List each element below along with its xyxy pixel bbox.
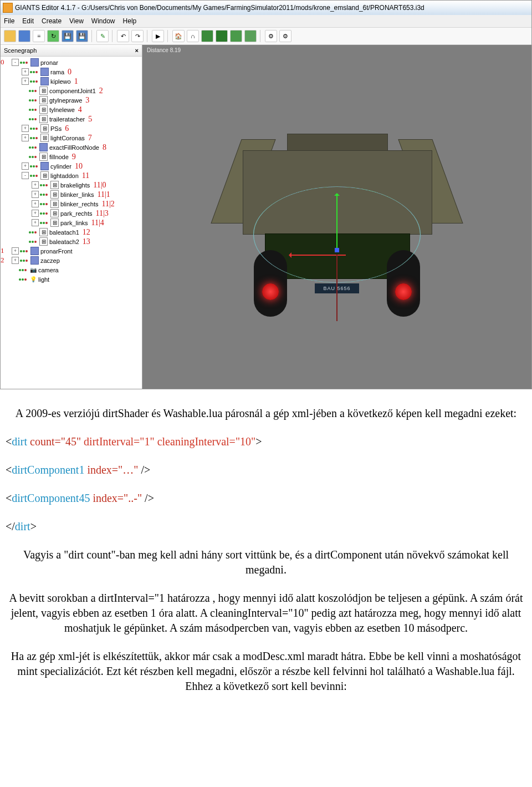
tree-expander-icon[interactable]: +	[22, 68, 29, 75]
tree-expander-icon[interactable]: +	[32, 210, 39, 217]
group-icon: ⊞	[39, 228, 48, 236]
tree-expander-icon[interactable]: +	[22, 78, 29, 85]
viewport-3d[interactable]: Distance 8.19 BAU 5656	[142, 45, 531, 389]
tree-node[interactable]: ⊞componentJoint12	[2, 86, 142, 95]
scenegraph-tree[interactable]: 0 1 2 -pronar+rama0+kiplewo1⊞componentJo…	[1, 57, 142, 389]
tree-node[interactable]: +⊞brakelights11|0	[2, 180, 142, 190]
tree-node[interactable]: ⊞fillnode9	[2, 152, 142, 161]
tree-label: kiplewo	[50, 78, 71, 85]
tree-node[interactable]: ⊞baleatach213	[2, 237, 142, 246]
cube-icon	[40, 77, 49, 85]
tree-expander-icon	[22, 154, 28, 160]
tb-script-icon[interactable]: ✎	[96, 30, 109, 42]
tree-node[interactable]: +zaczep	[2, 256, 142, 265]
tb-reload-icon[interactable]: ↻	[47, 30, 59, 42]
tree-node[interactable]: +⊞blinker_rechts11|2	[2, 199, 142, 209]
tb-save-icon[interactable]: 💾	[62, 30, 74, 42]
tb-redo-icon[interactable]: ↷	[131, 30, 144, 42]
tree-expander-icon[interactable]: +	[12, 247, 19, 255]
tree-node[interactable]: +⊞blinker_links11|1	[2, 190, 142, 199]
tree-expander-icon[interactable]: +	[32, 200, 39, 207]
node-status-dots-icon	[30, 71, 38, 73]
tree-expander-icon[interactable]: +	[32, 219, 39, 226]
tree-node[interactable]: +⊞PSs6	[2, 124, 142, 133]
menu-window[interactable]: Window	[91, 17, 115, 25]
tree-node[interactable]: ⊞baleatach112	[2, 227, 142, 237]
tree-node[interactable]: -⊞lightaddon11	[2, 171, 142, 180]
tb-saveas-icon[interactable]: 💾	[76, 30, 88, 42]
menu-edit[interactable]: Edit	[22, 17, 34, 25]
tree-node[interactable]: +pronarFront	[2, 246, 142, 256]
tree-annotation: 3	[85, 96, 89, 105]
app-icon	[3, 3, 13, 13]
tb-undo-icon[interactable]: ↶	[117, 30, 129, 42]
tree-label: PSs	[50, 125, 62, 132]
tree-annotation: 12	[83, 228, 90, 237]
root-anno-0: 0	[1, 58, 4, 67]
panel-close-icon[interactable]: ×	[135, 47, 139, 54]
tree-expander-icon[interactable]: +	[22, 125, 29, 132]
tree-node[interactable]: +cylinder10	[2, 161, 142, 171]
tree-expander-icon	[22, 97, 28, 103]
gizmo-y-axis-icon[interactable]	[336, 195, 337, 250]
tree-node[interactable]: ⊞traileratacher5	[2, 114, 142, 124]
group-icon: ⊞	[50, 219, 59, 227]
gizmo-x-axis-icon[interactable]	[290, 255, 346, 256]
node-status-dots-icon	[29, 90, 37, 92]
xml-line-2: <dirtComponent1 index="…" />	[6, 463, 526, 478]
tb-list-icon[interactable]: ≡	[33, 30, 45, 42]
tb-play-icon[interactable]: ▶	[152, 30, 164, 42]
tree-node[interactable]: +kiplewo1	[2, 77, 142, 86]
tree-annotation: 11|1	[98, 190, 110, 199]
tree-expander-icon[interactable]: +	[12, 257, 19, 264]
tb-terrain3-icon[interactable]	[230, 30, 242, 42]
tb-terrain1-icon[interactable]	[201, 30, 213, 42]
tb-open-icon[interactable]	[18, 30, 30, 42]
tb-gear1-icon[interactable]: ⚙	[265, 30, 277, 42]
tree-node[interactable]: +rama0	[2, 67, 142, 77]
group-icon: ⊞	[39, 96, 48, 104]
tree-expander-icon[interactable]: +	[32, 181, 39, 189]
tree-annotation: 1	[74, 77, 78, 86]
tree-label: exactFillRootNode	[49, 144, 99, 151]
menu-help[interactable]: Help	[123, 17, 137, 25]
tb-terrain4-icon[interactable]	[244, 30, 257, 42]
tb-gear2-icon[interactable]: ⚙	[279, 30, 291, 42]
menu-create[interactable]: Create	[42, 17, 62, 25]
tree-node[interactable]: +⊞lightCoronas7	[2, 133, 142, 143]
tb-new-icon[interactable]	[4, 30, 16, 42]
group-icon: ⊞	[50, 200, 59, 208]
tree-expander-icon	[22, 88, 28, 94]
tree-expander-icon[interactable]: +	[22, 163, 29, 170]
tree-label: componentJoint1	[49, 88, 96, 94]
menu-file[interactable]: File	[4, 17, 14, 25]
node-status-dots-icon	[29, 231, 37, 233]
tree-node[interactable]: exactFillRootNode8	[2, 143, 142, 152]
panel-header[interactable]: Scenegraph ×	[1, 45, 142, 57]
tree-node[interactable]: 💡light	[2, 275, 142, 284]
tree-expander-icon[interactable]: +	[22, 134, 29, 141]
tail-light-right	[395, 283, 412, 300]
tb-house-icon[interactable]: 🏠	[172, 30, 185, 42]
node-status-dots-icon	[20, 62, 28, 64]
node-status-dots-icon	[29, 241, 37, 243]
tree-annotation: 10	[75, 162, 83, 171]
gizmo-z-axis-icon[interactable]	[335, 248, 339, 252]
menu-view[interactable]: View	[69, 17, 84, 25]
tree-node[interactable]: ⊞gtylneprawe3	[2, 95, 142, 105]
tree-node[interactable]: ⊞tylnelewe4	[2, 105, 142, 114]
tree-node[interactable]: 📷camera	[2, 265, 142, 275]
tb-magnet-icon[interactable]: ∩	[187, 30, 199, 42]
cube-icon	[40, 162, 49, 170]
node-status-dots-icon	[30, 128, 38, 130]
tree-expander-icon[interactable]: -	[12, 59, 19, 66]
tree-node[interactable]: -pronar	[2, 58, 142, 67]
tree-node[interactable]: +⊞park_rechts11|3	[2, 209, 142, 218]
titlebar[interactable]: GIANTS Editor 4.1.7 - G:/Users/Chris von…	[1, 1, 531, 15]
tb-terrain2-icon[interactable]	[216, 30, 228, 42]
tree-node[interactable]: +⊞park_links11|4	[2, 218, 142, 227]
gizmo-down-axis-icon	[336, 255, 337, 321]
tree-expander-icon[interactable]: +	[32, 191, 39, 198]
tree-expander-icon[interactable]: -	[22, 172, 29, 179]
tree-label: traileratacher	[49, 116, 85, 123]
